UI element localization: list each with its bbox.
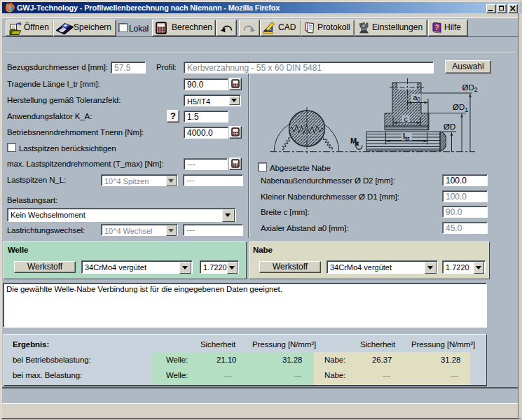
svg-text:ØD1: ØD1 (453, 103, 468, 113)
svg-text:?: ? (435, 24, 439, 31)
svg-text:ØD: ØD (444, 122, 455, 131)
svg-text:c: c (404, 115, 408, 123)
svg-text:ØD2: ØD2 (462, 83, 478, 94)
svg-text:Mt: Mt (350, 136, 359, 147)
